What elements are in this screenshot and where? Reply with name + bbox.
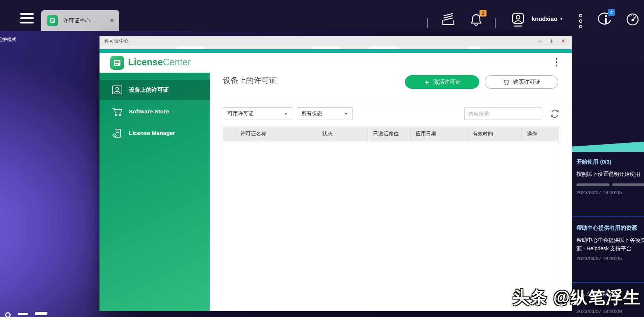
progress-segment	[576, 183, 609, 186]
sidebar-item-license-manager[interactable]: License Manager	[100, 123, 210, 143]
shopping-cart-icon	[111, 106, 123, 117]
cart-icon	[502, 79, 510, 85]
progress-segment	[612, 183, 644, 186]
maximize-button[interactable]: +	[547, 37, 556, 45]
bell-badge: 1	[480, 10, 486, 17]
sidebar-item-label: Software Store	[129, 108, 169, 115]
main-menu-icon[interactable]	[20, 13, 34, 25]
brand-bold: License	[128, 57, 163, 67]
window-menu-dots-icon[interactable]	[552, 58, 561, 69]
topbar-divider	[495, 18, 496, 28]
notification-title: 帮助中心提供有用的资源	[576, 225, 644, 232]
table-header-empty	[223, 127, 235, 141]
tab-license-center[interactable]: 许可证中心 ✕	[41, 10, 119, 31]
notification-panel: 开始使用 (0/3) 按照以下设置说明开始使用 2023/03/07 18:00…	[572, 31, 644, 317]
chevron-down-icon: ▼	[344, 112, 348, 116]
id-card-icon	[111, 84, 123, 95]
background-tasks-icon[interactable]	[440, 12, 457, 27]
buy-license-label: 购买许可证	[513, 79, 540, 85]
tab-label: 许可证中心	[63, 17, 109, 24]
license-type-filter[interactable]: 可用许可证 ▼	[223, 108, 292, 120]
chevron-down-icon: ▼	[560, 17, 563, 21]
plus-icon: ＋	[423, 78, 430, 87]
resource-monitor-gauge-icon[interactable]	[625, 11, 641, 28]
license-gear-icon	[111, 128, 123, 139]
info-badge: 4	[608, 9, 615, 16]
buy-license-button[interactable]: 购买许可证	[485, 75, 558, 89]
license-center-app-icon	[47, 15, 58, 26]
section-divider	[210, 104, 572, 104]
filter-value: 所有状态	[301, 110, 322, 117]
taskbar-partial-glyph	[5, 312, 11, 317]
notification-card-help-center[interactable]: 帮助中心提供有用的资源 帮助中心中会提供以下各项资源 · Helpdesk 支持…	[576, 225, 644, 261]
search-input[interactable]	[464, 108, 541, 120]
page-title: 设备上的许可证	[223, 75, 277, 85]
sidebar-item-software-store[interactable]: Software Store	[100, 102, 210, 121]
panel-divider	[572, 216, 644, 216]
table-header-actions[interactable]: 操作	[522, 127, 559, 141]
top-bar: 许可证中心 ✕ 1	[0, 0, 644, 31]
tab-close-icon[interactable]: ✕	[109, 17, 114, 24]
panel-divider	[572, 282, 644, 283]
close-button[interactable]: ✕	[559, 38, 567, 44]
notification-body: 按照以下设置说明开始使用	[576, 170, 644, 178]
taskbar-partial-glyph	[18, 313, 28, 315]
license-center-window: 许可证中心 – + ✕ LicenseCenter	[100, 36, 572, 311]
license-center-logo-icon	[110, 56, 124, 70]
accent-bar	[100, 49, 572, 53]
activate-license-label: 激活许可证	[433, 79, 461, 85]
watermark: 头条 @纵笔浮生	[513, 286, 641, 309]
notification-timestamp: 2023/03/07 18:00:05	[576, 256, 644, 261]
sidebar-item-licenses-on-device[interactable]: 设备上的许可证	[100, 80, 210, 100]
desktop-screen: 维护模式 件 许可证中心 ✕	[0, 0, 644, 317]
refresh-icon[interactable]	[549, 108, 560, 119]
maintenance-mode-label: 维护模式	[0, 36, 17, 43]
app-header: LicenseCenter	[100, 53, 572, 73]
sidebar-item-label: License Manager	[129, 130, 175, 136]
brand-light: Center	[163, 57, 191, 67]
username-label: knudxiao	[532, 16, 557, 22]
table-header-activated-seats[interactable]: 已激活席位	[368, 127, 410, 141]
topbar-divider	[427, 18, 428, 28]
table-body-empty	[223, 142, 559, 295]
table-header-license-name[interactable]: 许可证名称	[235, 127, 317, 141]
window-title: 许可证中心	[105, 38, 129, 44]
username-menu[interactable]: knudxiao▼	[532, 16, 563, 22]
table-header-row: 许可证名称 状态 已激活席位 应用日期 有效时间 操作	[223, 127, 559, 141]
notification-title: 开始使用 (0/3)	[576, 158, 644, 165]
titlebar-lower-strip	[100, 46, 572, 49]
sidebar: 设备上的许可证 Software Store	[100, 73, 210, 311]
table-header-applied-date[interactable]: 应用日期	[410, 127, 467, 141]
status-filter[interactable]: 所有状态 ▼	[297, 108, 352, 120]
more-options-icon[interactable]	[579, 14, 582, 30]
progress-bar	[576, 183, 644, 186]
notification-timestamp: 2023/03/07 18:00:09	[576, 309, 644, 314]
filter-value: 可用许可证	[228, 110, 253, 117]
notification-timestamp: 2023/03/07 18:00:05	[576, 190, 644, 195]
taskbar-partial-glyph	[35, 312, 48, 315]
window-titlebar[interactable]: 许可证中心 – + ✕	[100, 36, 572, 46]
sidebar-item-label: 设备上的许可证	[129, 86, 169, 94]
table-header-valid-time[interactable]: 有效时间	[467, 127, 522, 141]
notification-card-getting-started[interactable]: 开始使用 (0/3) 按照以下设置说明开始使用 2023/03/07 18:00…	[576, 158, 644, 195]
app-title: LicenseCenter	[128, 57, 191, 68]
main-content: 设备上的许可证 ＋ 激活许可证 购买许可证 可用许可证 ▼ 所有状态 ▼	[210, 73, 572, 311]
notification-body: 帮助中心中会提供以下各项资源 · Helpdesk 支持平台	[576, 236, 644, 253]
activate-license-button[interactable]: ＋ 激活许可证	[405, 75, 479, 89]
chevron-down-icon: ▼	[284, 112, 287, 116]
table-header-status[interactable]: 状态	[317, 127, 368, 141]
user-avatar-icon[interactable]	[510, 11, 527, 28]
minimize-button[interactable]: –	[536, 37, 544, 45]
wallpaper-teal-wedge	[572, 142, 644, 152]
